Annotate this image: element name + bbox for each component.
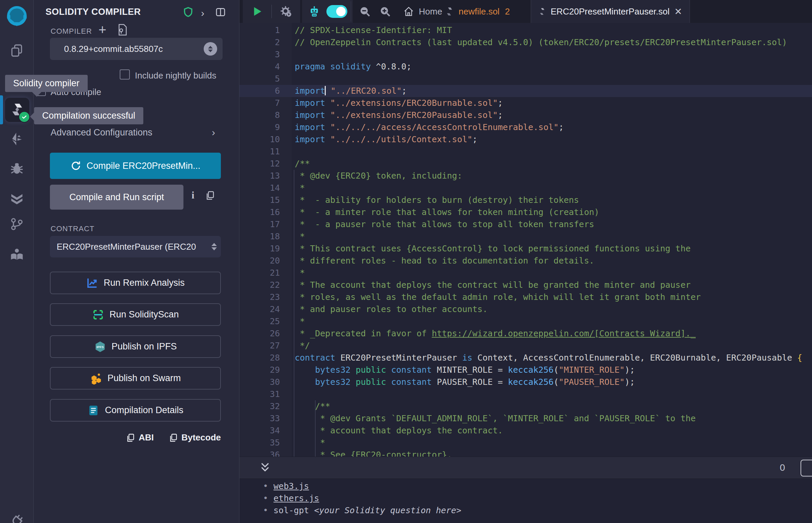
- line-number[interactable]: 26: [240, 327, 280, 340]
- code-line[interactable]: 14 *: [240, 182, 812, 194]
- ai-assistant-robot-icon[interactable]: [307, 5, 321, 18]
- code-line[interactable]: 12/**: [240, 158, 812, 170]
- line-number[interactable]: 8: [240, 109, 280, 121]
- expand-chevron-icon[interactable]: ›: [201, 7, 212, 18]
- line-number[interactable]: 6: [240, 85, 280, 97]
- code-line[interactable]: 35 *: [240, 437, 812, 449]
- deploy-run-icon[interactable]: [9, 131, 25, 147]
- code-line[interactable]: 33 * @dev Grants `DEFAULT_ADMIN_ROLE`, `…: [240, 413, 812, 425]
- line-number[interactable]: 15: [240, 194, 280, 206]
- tab-home[interactable]: Home: [403, 0, 442, 23]
- line-number[interactable]: 29: [240, 364, 280, 376]
- line-number[interactable]: 36: [240, 449, 280, 457]
- advanced-chevron-icon[interactable]: ›: [212, 127, 215, 138]
- contract-select[interactable]: ERC20PresetMinterPauser (ERC20: [50, 236, 221, 257]
- code-line[interactable]: 18 *: [240, 231, 812, 242]
- line-number[interactable]: 25: [240, 315, 280, 327]
- line-number[interactable]: 3: [240, 49, 280, 61]
- expand-terminal-icon[interactable]: [259, 462, 271, 474]
- compiler-doc-icon[interactable]: [117, 23, 128, 36]
- copy-bytecode-button[interactable]: Bytecode: [169, 432, 221, 443]
- compiler-version-select[interactable]: 0.8.29+commit.ab55807c: [50, 38, 223, 60]
- compile-and-run-button[interactable]: Compile and Run script: [50, 185, 183, 210]
- code-line[interactable]: 4pragma solidity ^0.8.0;: [240, 61, 812, 73]
- line-number[interactable]: 33: [240, 413, 280, 425]
- tab-newfile[interactable]: newfile.sol 2: [445, 0, 510, 23]
- code-line[interactable]: 17 * - a pauser role that allows to stop…: [240, 218, 812, 231]
- code-line[interactable]: 5: [240, 73, 812, 85]
- line-number[interactable]: 16: [240, 206, 280, 218]
- nightly-builds-checkbox[interactable]: [120, 69, 130, 79]
- code-line[interactable]: 21 *: [240, 267, 812, 279]
- line-number[interactable]: 27: [240, 340, 280, 352]
- publish-ipfs-button[interactable]: IPFS Publish on IPFS: [50, 335, 221, 358]
- code-line[interactable]: 27 */: [240, 340, 812, 352]
- learneth-icon[interactable]: [9, 246, 25, 262]
- terminal-search-box[interactable]: [800, 459, 812, 476]
- code-line[interactable]: 15 * - ability for holders to burn (dest…: [240, 194, 812, 206]
- zoom-in-icon[interactable]: [378, 5, 392, 18]
- code-line[interactable]: 29 bytes32 public constant MINTER_ROLE =…: [240, 364, 812, 376]
- line-number[interactable]: 32: [240, 400, 280, 413]
- publish-swarm-button[interactable]: Publish on Swarm: [50, 367, 221, 390]
- line-number[interactable]: 30: [240, 376, 280, 388]
- line-number[interactable]: 22: [240, 279, 280, 291]
- play-run-icon[interactable]: [250, 5, 264, 18]
- line-number[interactable]: 11: [240, 146, 280, 158]
- code-line[interactable]: 30 bytes32 public constant PAUSER_ROLE =…: [240, 376, 812, 388]
- file-explorer-icon[interactable]: [9, 42, 25, 59]
- line-number[interactable]: 17: [240, 218, 280, 231]
- source-control-icon[interactable]: [9, 216, 25, 232]
- line-number[interactable]: 23: [240, 291, 280, 303]
- copy-abi-button[interactable]: ABI: [126, 432, 154, 443]
- add-compiler-icon[interactable]: +: [99, 22, 106, 37]
- tab-erc20presetminterpauser[interactable]: ERC20PresetMinterPauser.sol ✕: [531, 0, 690, 23]
- code-line[interactable]: 24 * and pauser roles to other accounts.: [240, 303, 812, 315]
- line-number[interactable]: 12: [240, 158, 280, 170]
- code-line[interactable]: 7import "../extensions/ERC20Burnable.sol…: [240, 97, 812, 109]
- line-number[interactable]: 4: [240, 61, 280, 73]
- line-number[interactable]: 9: [240, 121, 280, 133]
- info-icon[interactable]: i: [192, 190, 194, 201]
- line-number[interactable]: 18: [240, 231, 280, 242]
- run-remix-analysis-button[interactable]: Run Remix Analysis: [50, 272, 221, 294]
- line-number[interactable]: 14: [240, 182, 280, 194]
- shield-icon[interactable]: [183, 7, 194, 18]
- line-number[interactable]: 5: [240, 73, 280, 85]
- line-number[interactable]: 10: [240, 133, 280, 146]
- code-line[interactable]: 22 * The account that deploys the contra…: [240, 279, 812, 291]
- remix-logo[interactable]: [4, 4, 30, 30]
- close-tab-icon[interactable]: ✕: [674, 6, 682, 17]
- code-line[interactable]: 26 * _Deprecated in favor of https://wiz…: [240, 327, 812, 340]
- code-line[interactable]: 36 * See {ERC20-constructor}.: [240, 449, 812, 457]
- copy-icon[interactable]: [205, 191, 215, 200]
- code-line[interactable]: 16 * - a minter role that allows for tok…: [240, 206, 812, 218]
- line-number[interactable]: 7: [240, 97, 280, 109]
- advanced-configurations-label[interactable]: Advanced Configurations: [51, 127, 153, 138]
- code-line[interactable]: 8import "../extensions/ERC20Pausable.sol…: [240, 109, 812, 121]
- line-number[interactable]: 31: [240, 388, 280, 400]
- code-line[interactable]: 34 * account that deploys the contract.: [240, 425, 812, 437]
- line-number[interactable]: 34: [240, 425, 280, 437]
- line-number[interactable]: 19: [240, 242, 280, 255]
- line-number[interactable]: 20: [240, 255, 280, 267]
- plugin-manager-icon[interactable]: [9, 513, 25, 523]
- line-number[interactable]: 13: [240, 170, 280, 182]
- code-line[interactable]: 1// SPDX-License-Identifier: MIT: [240, 24, 812, 36]
- code-line[interactable]: 31: [240, 388, 812, 400]
- line-number[interactable]: 21: [240, 267, 280, 279]
- code-line[interactable]: 28contract ERC20PresetMinterPauser is Co…: [240, 352, 812, 364]
- code-line[interactable]: 19 * This contract uses {AccessControl} …: [240, 242, 812, 255]
- code-line[interactable]: 3: [240, 49, 812, 61]
- line-number[interactable]: 28: [240, 352, 280, 364]
- line-number[interactable]: 2: [240, 36, 280, 49]
- ethers-link[interactable]: ethers.js: [273, 493, 319, 503]
- code-line[interactable]: 9import "../../../access/AccessControlEn…: [240, 121, 812, 133]
- run-config-gear-icon[interactable]: [279, 5, 293, 18]
- code-line[interactable]: 20 * different roles - head to its docum…: [240, 255, 812, 267]
- debugger-icon[interactable]: [9, 160, 25, 176]
- code-line[interactable]: 13 * @dev {ERC20} token, including:: [240, 170, 812, 182]
- run-solidityscan-button[interactable]: Run SolidityScan: [50, 303, 221, 326]
- code-line[interactable]: 23 * roles, as well as the default admin…: [240, 291, 812, 303]
- zoom-out-icon[interactable]: [358, 5, 372, 18]
